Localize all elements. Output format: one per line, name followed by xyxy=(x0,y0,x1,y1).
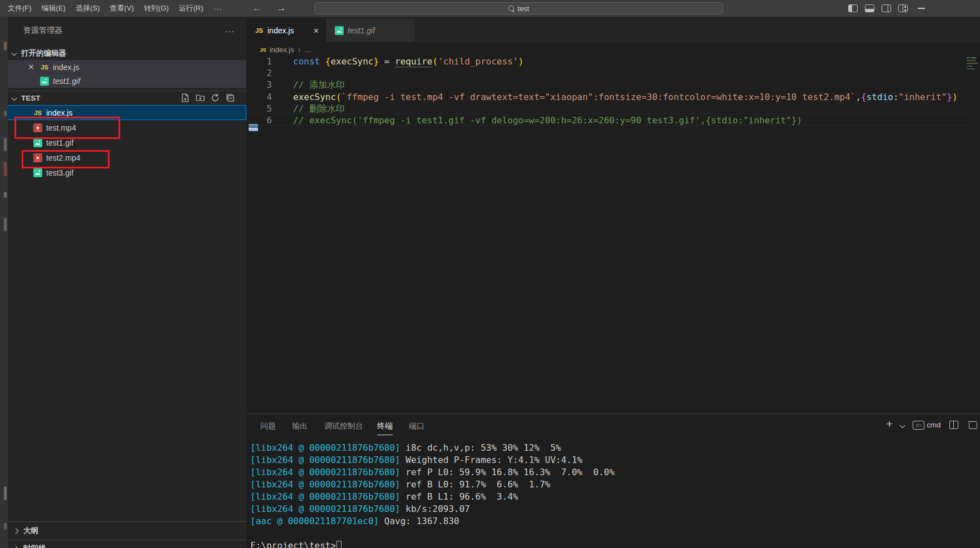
code-line-3: 3// 添加水印 xyxy=(246,79,980,91)
terminal-prompt: F:\project\test> xyxy=(250,540,341,548)
tab-index-js[interactable]: JS index.js ✕ xyxy=(246,19,326,42)
minimap[interactable] xyxy=(966,57,980,90)
code-line-1: 1const {execSync} = require('child_proce… xyxy=(246,56,980,68)
section-timeline[interactable]: 时间线 xyxy=(8,540,246,548)
chevron-right-icon xyxy=(13,528,19,534)
breadcrumb[interactable]: JS index.js › … xyxy=(246,42,980,57)
toggle-panel-icon[interactable] xyxy=(865,4,874,12)
terminal-line: [libx264 @ 00000211876b7680] Weighted P-… xyxy=(250,454,582,466)
menu-6[interactable]: 运行(R) xyxy=(179,3,203,13)
explorer-sidebar: 资源管理器 ··· 打开的编辑器 ✕JSindex.jstest1.gif TE… xyxy=(8,17,246,548)
line-number: 1 xyxy=(246,56,272,68)
code-line-5: 5// 删除水印 xyxy=(246,103,980,115)
terminal-cursor xyxy=(336,541,341,548)
toggle-sidebar-icon[interactable] xyxy=(848,4,858,12)
activity-icon-sliver xyxy=(4,111,7,116)
menu-bar: 文件(F)编辑(E)选择(S)查看(V)转到(G)运行(R)··· xyxy=(8,0,222,17)
panel-tab-1[interactable]: 问题 xyxy=(260,418,276,435)
js-icon: JS xyxy=(33,108,42,117)
collapse-all-icon[interactable] xyxy=(226,93,235,102)
chevron-down-icon xyxy=(12,95,17,101)
gutter-image-decoration xyxy=(249,124,258,131)
editor-group: JS index.js ✕ test1.gif JS index.js › … … xyxy=(246,17,980,414)
file-name: test1.gif xyxy=(53,77,80,86)
activity-icon-sliver xyxy=(4,486,7,500)
panel-actions: + C:\ cmd xyxy=(880,414,980,434)
toggle-secondary-sidebar-icon[interactable] xyxy=(882,4,891,12)
annotation-box-test2-mp4 xyxy=(22,150,110,168)
terminal-name-label[interactable]: cmd xyxy=(927,421,941,429)
code-editor[interactable]: 1const {execSync} = require('child_proce… xyxy=(246,56,980,414)
chevron-right-icon xyxy=(13,546,19,548)
minimize-icon[interactable] xyxy=(918,8,925,9)
activity-icon-sliver xyxy=(4,42,7,51)
panel-tab-3[interactable]: 调试控制台 xyxy=(324,418,363,435)
code-line-6: 6// execSync('ffmpeg -i test1.gif -vf de… xyxy=(246,114,980,127)
terminal-line: [libx264 @ 00000211876b7680] ref P L0: 5… xyxy=(250,466,615,479)
file-name: test3.gif xyxy=(46,168,73,177)
tab-bar: JS index.js ✕ test1.gif xyxy=(246,17,980,42)
activity-bar xyxy=(0,17,8,548)
close-icon[interactable]: ✕ xyxy=(313,27,319,35)
line-number: 2 xyxy=(246,67,272,79)
title-bar: 文件(F)编辑(E)选择(S)查看(V)转到(G)运行(R)··· ← → te… xyxy=(0,0,980,17)
image-icon xyxy=(40,77,49,86)
search-input[interactable]: test xyxy=(314,2,723,14)
activity-icon-sliver xyxy=(4,192,7,198)
menu-more-icon[interactable]: ··· xyxy=(213,4,222,13)
search-value: test xyxy=(518,4,529,13)
activity-icon-sliver xyxy=(4,218,7,231)
js-icon: JS xyxy=(260,47,266,53)
menu-3[interactable]: 选择(S) xyxy=(76,3,100,13)
kill-terminal-icon[interactable] xyxy=(969,421,976,429)
chevron-down-icon[interactable] xyxy=(900,423,905,429)
annotation-box-test-mp4 xyxy=(14,117,120,139)
terminal-line: [libx264 @ 00000211876b7680] kb/s:2093.0… xyxy=(250,503,470,515)
section-outline[interactable]: 大纲 xyxy=(8,522,246,540)
refresh-icon[interactable] xyxy=(211,93,220,102)
image-icon xyxy=(33,138,42,147)
file-name: test1.gif xyxy=(46,138,73,147)
activity-icon-sliver xyxy=(4,162,7,176)
panel-tab-2[interactable]: 输出 xyxy=(292,418,308,435)
file-name: index.js xyxy=(53,63,79,72)
image-icon xyxy=(33,168,42,177)
menu-2[interactable]: 编辑(E) xyxy=(42,3,66,13)
sidebar-more-icon[interactable]: ··· xyxy=(225,24,235,37)
panel-tab-5[interactable]: 端口 xyxy=(409,418,424,435)
open-editor-test1-gif[interactable]: test1.gif xyxy=(8,74,246,88)
panel-tab-4[interactable]: 终端 xyxy=(377,418,393,435)
terminal-line: [libx264 @ 00000211876b7680] ref B L0: 9… xyxy=(250,479,550,491)
code-line-4: 4execSync(`ffmpeg -i test.mp4 -vf drawte… xyxy=(246,91,980,103)
terminal-line: [aac @ 0000021187701ec0] Qavg: 1367.830 xyxy=(250,515,459,527)
js-icon: JS xyxy=(255,26,264,35)
close-icon[interactable]: ✕ xyxy=(27,63,35,71)
code-line-2: 2 xyxy=(246,67,980,79)
split-terminal-icon[interactable] xyxy=(949,421,958,429)
search-icon xyxy=(508,6,514,12)
menu-4[interactable]: 查看(V) xyxy=(110,3,133,13)
line-number: 3 xyxy=(246,79,272,91)
new-file-icon[interactable] xyxy=(181,93,190,102)
line-number: 5 xyxy=(246,103,272,115)
open-editor-index-js[interactable]: ✕JSindex.js xyxy=(8,60,246,74)
menu-5[interactable]: 转到(G) xyxy=(144,3,169,13)
new-folder-icon[interactable] xyxy=(196,93,205,102)
new-terminal-icon[interactable]: + xyxy=(886,417,893,431)
terminal-line: [libx264 @ 00000211876b7680] i8c dc,h,v,… xyxy=(250,442,561,454)
activity-icon-sliver xyxy=(4,523,7,530)
bottom-panel: 问题输出调试控制台终端端口 + C:\ cmd [libx264 @ 00000… xyxy=(246,414,980,548)
tab-test1-gif[interactable]: test1.gif xyxy=(326,19,414,42)
js-icon: JS xyxy=(40,63,49,72)
customize-layout-icon[interactable] xyxy=(898,4,908,12)
sidebar-title: 资源管理器 xyxy=(23,24,62,37)
image-icon xyxy=(335,26,344,35)
forward-icon[interactable]: → xyxy=(275,0,288,17)
line-number: 4 xyxy=(246,91,272,103)
activity-icon-sliver xyxy=(4,138,7,151)
cmd-terminal-icon: C:\ xyxy=(913,421,924,430)
back-icon[interactable]: ← xyxy=(250,0,264,17)
menu-1[interactable]: 文件(F) xyxy=(8,3,32,13)
file-name: index.js xyxy=(46,108,72,117)
section-open-editors[interactable]: 打开的编辑器 xyxy=(8,46,246,60)
